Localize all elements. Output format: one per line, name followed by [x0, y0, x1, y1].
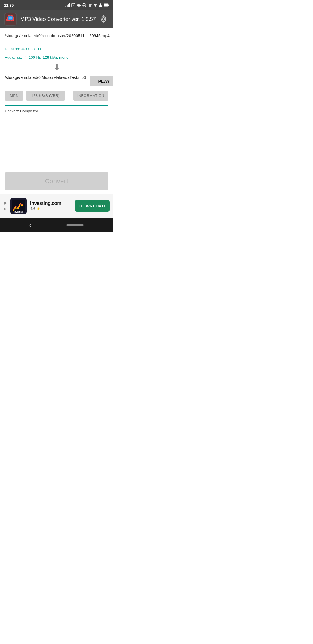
file-audio: Audio: aac, 44100 Hz, 128 kb/s, mono: [5, 55, 108, 61]
app-title: MP3 Video Converter ver. 1.9.57: [20, 16, 96, 22]
ad-play-icon: ▶: [4, 200, 7, 205]
status-bar-right: !: [65, 3, 109, 7]
convert-status: Convert: Completed: [5, 109, 108, 113]
format-mp3-button[interactable]: MP3: [5, 91, 23, 101]
content-area: /storage/emulated/0/recordmaster/2020051…: [0, 28, 113, 169]
status-bar-left: 11:39: [4, 3, 14, 8]
no-icon: [82, 3, 86, 7]
ad-download-button[interactable]: DOWNLOAD: [75, 200, 110, 212]
svg-rect-0: [65, 6, 66, 7]
star-icon: ★: [37, 207, 40, 211]
status-time: 11:39: [4, 3, 14, 8]
file-duration: Duration: 00:00:27.03: [5, 46, 108, 52]
vibrate-icon: [88, 3, 92, 7]
app-logo: [4, 13, 17, 26]
input-file-path: /storage/emulated/0/recordmaster/2020051…: [5, 33, 110, 39]
content-wrapper: /storage/emulated/0/recordmaster/2020051…: [0, 28, 113, 113]
svg-rect-19: [104, 4, 108, 6]
svg-marker-16: [99, 3, 103, 7]
arrow-section: ⬇: [5, 64, 108, 72]
signal-icon: [65, 3, 70, 7]
back-button[interactable]: ‹: [29, 222, 31, 228]
svg-text:investing: investing: [14, 211, 23, 213]
signal-strength-icon: [99, 3, 103, 7]
settings-icon: [99, 15, 108, 23]
ad-rating-value: 4.6: [30, 207, 35, 211]
app-bar: MP3 Video Converter ver. 1.9.57: [0, 10, 113, 28]
format-row: MP3 128 KB/S (VBR) INFORMATION: [5, 91, 108, 101]
cloud-icon: [77, 3, 81, 7]
ad-title: Investing.com: [30, 201, 71, 206]
svg-rect-25: [9, 17, 12, 19]
output-file-path: /storage/emulated/0/Music/MalavidaTest.m…: [5, 75, 86, 81]
battery-icon: [104, 3, 109, 7]
quality-button[interactable]: 128 KB/S (VBR): [26, 91, 65, 101]
svg-rect-11: [89, 4, 91, 7]
convert-button[interactable]: Convert: [5, 172, 108, 190]
nav-bar: ‹: [0, 218, 113, 232]
ad-rating: 4.6 ★: [30, 207, 71, 211]
home-pill[interactable]: [66, 224, 84, 226]
convert-section: Convert: [0, 169, 113, 194]
svg-text:!: !: [73, 4, 74, 6]
svg-rect-14: [88, 6, 88, 6]
ad-banner: ▶ ✕ investing Investing.com 4.6 ★: [0, 194, 113, 218]
notification-icon: !: [71, 3, 75, 7]
progress-bar-container: [5, 105, 108, 106]
play-button[interactable]: PLAY: [90, 76, 113, 86]
investing-logo: investing: [11, 198, 26, 214]
arrow-down-icon: ⬇: [53, 64, 60, 72]
ad-logo: investing: [10, 198, 27, 214]
svg-rect-23: [13, 19, 14, 21]
input-file-row: /storage/emulated/0/recordmaster/2020051…: [5, 33, 108, 45]
svg-rect-1: [67, 5, 68, 7]
svg-rect-22: [6, 19, 8, 21]
svg-point-7: [77, 4, 79, 6]
ad-close-area: ▶ ✕: [3, 200, 7, 211]
svg-point-8: [79, 5, 81, 6]
svg-rect-18: [108, 5, 109, 6]
svg-rect-3: [69, 3, 70, 7]
app-bar-left: MP3 Video Converter ver. 1.9.57: [4, 13, 96, 26]
main-content: /storage/emulated/0/recordmaster/2020051…: [0, 28, 113, 232]
svg-rect-2: [68, 4, 69, 7]
svg-rect-15: [91, 6, 92, 6]
progress-fill: [5, 105, 108, 106]
svg-rect-12: [88, 4, 88, 5]
wifi-icon: [93, 3, 97, 7]
ad-close-icon[interactable]: ✕: [3, 207, 7, 211]
settings-button[interactable]: [98, 13, 109, 25]
output-file-row: /storage/emulated/0/Music/MalavidaTest.m…: [5, 75, 108, 86]
svg-rect-13: [91, 4, 92, 5]
status-bar: 11:39 !: [0, 0, 113, 10]
information-button[interactable]: INFORMATION: [73, 91, 108, 101]
ad-info: Investing.com 4.6 ★: [30, 201, 71, 211]
